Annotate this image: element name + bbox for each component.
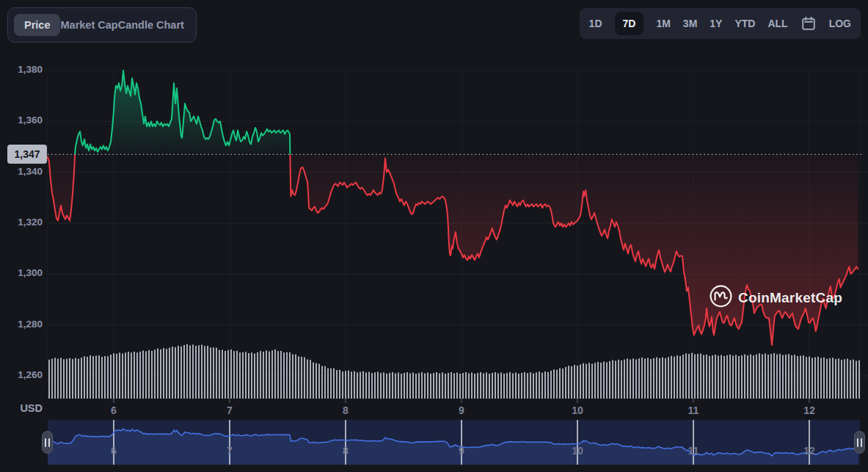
calendar-icon[interactable] [800, 15, 817, 32]
y-tick-label: 1,360 [0, 115, 43, 126]
range-ytd[interactable]: YTD [734, 18, 755, 29]
range-1y[interactable]: 1Y [710, 18, 722, 29]
navigator-tick-label: 7 [221, 445, 238, 457]
navigator-left-handle[interactable] [42, 431, 53, 454]
price-chart-widget: PriceMarket CapCandle Chart 1D7D1M3M1YYT… [0, 0, 868, 472]
x-tick-label: 11 [683, 404, 704, 416]
log-scale-toggle[interactable]: LOG [829, 18, 851, 29]
navigator-tick-label: 8 [337, 445, 354, 457]
navigator-tick-label: 11 [685, 445, 702, 457]
y-tick-label: 1,260 [0, 369, 43, 380]
navigator-tick-label: 9 [453, 445, 470, 457]
range-7d[interactable]: 7D [615, 12, 644, 35]
navigator-right-handle[interactable] [854, 431, 865, 454]
x-tick-label: 6 [103, 404, 124, 416]
y-tick-label: 1,280 [0, 319, 43, 330]
price-chart-canvas[interactable] [0, 0, 868, 472]
y-tick-label: 1,340 [0, 166, 43, 177]
y-tick-label: 1,320 [0, 217, 43, 228]
x-tick-label: 12 [799, 404, 820, 416]
y-axis-unit-label: USD [0, 402, 43, 414]
range-1m[interactable]: 1M [656, 18, 670, 29]
chart-type-candle-chart[interactable]: Candle Chart [118, 19, 184, 31]
y-tick-label: 1,380 [0, 64, 43, 75]
x-tick-label: 7 [219, 404, 240, 416]
x-tick-label: 9 [451, 404, 472, 416]
navigator-tick-label: 10 [569, 445, 586, 457]
x-tick-label: 10 [567, 404, 588, 416]
navigator-tick-label: 6 [105, 445, 123, 457]
range-all[interactable]: ALL [767, 18, 787, 29]
chart-type-market-cap[interactable]: Market Cap [60, 19, 117, 31]
y-tick-label: 1,300 [0, 267, 43, 278]
chart-type-price[interactable]: Price [14, 14, 60, 36]
chart-type-toggle-group: PriceMarket CapCandle Chart [7, 7, 197, 43]
range-1d[interactable]: 1D [589, 18, 602, 29]
time-range-toolbar: 1D7D1M3M1YYTDALLLOG [580, 8, 861, 39]
navigator-tick-label: 12 [800, 445, 818, 457]
range-3m[interactable]: 3M [683, 18, 697, 29]
current-price-badge: 1,347 [7, 145, 47, 164]
x-tick-label: 8 [335, 404, 356, 416]
